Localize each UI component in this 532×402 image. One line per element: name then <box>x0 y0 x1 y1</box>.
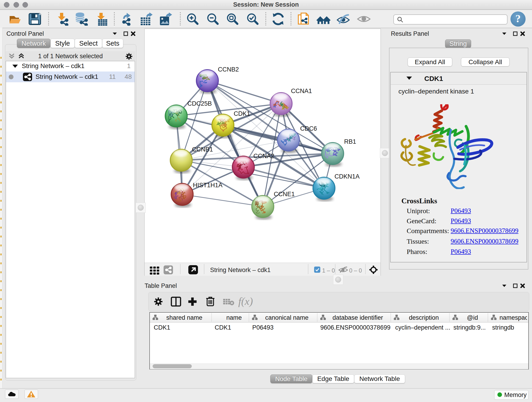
svg-text:CCNB2: CCNB2 <box>218 66 239 73</box>
svg-text:CDK1: CDK1 <box>234 110 250 117</box>
svg-text:CCNE1: CCNE1 <box>274 191 295 198</box>
svg-text:HIST1H1A: HIST1H1A <box>193 182 222 189</box>
svg-text:CDKN1A: CDKN1A <box>335 173 360 180</box>
svg-text:CDC25B: CDC25B <box>187 100 212 107</box>
svg-text:CCNB1: CCNB1 <box>192 146 213 153</box>
svg-text:CCNA1: CCNA1 <box>291 88 312 95</box>
svg-text:RB1: RB1 <box>344 138 356 145</box>
svg-text:CCNA2: CCNA2 <box>253 153 274 160</box>
svg-text:CDC6: CDC6 <box>300 125 317 132</box>
